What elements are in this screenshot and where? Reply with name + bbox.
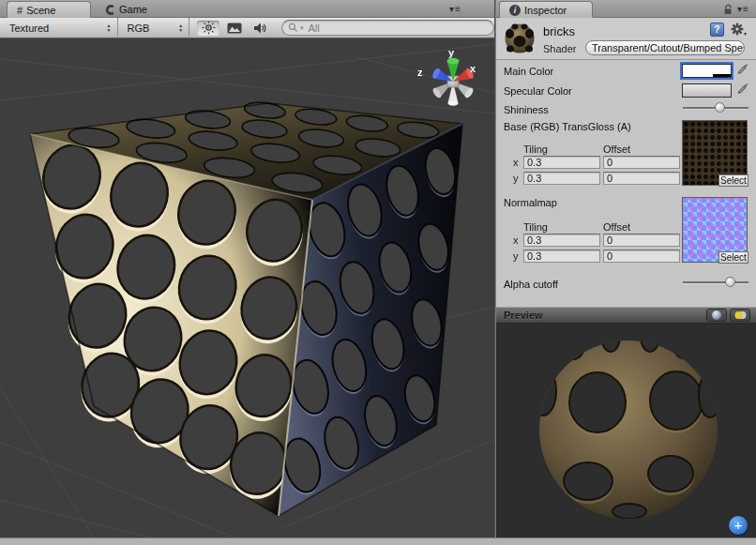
main-color-swatch[interactable] bbox=[682, 64, 732, 78]
alpha-cutoff-slider[interactable] bbox=[683, 277, 748, 288]
shader-label: Shader bbox=[543, 43, 576, 54]
speaker-icon bbox=[253, 22, 267, 35]
inspector-tabbar: i Inspector ▾≡ bbox=[496, 0, 756, 18]
normal-tiling-x-field[interactable] bbox=[523, 234, 600, 247]
scene-tabbar: # Scene Game ▾≡ bbox=[0, 0, 494, 18]
offset-header: Offset bbox=[603, 221, 630, 233]
chevron-down-icon: ▾ bbox=[743, 44, 745, 52]
unity-editor-window: # Scene Game ▾≡ Textured ▲▼ RGB bbox=[0, 0, 756, 545]
y-axis-label: y bbox=[513, 250, 519, 262]
updown-arrows-icon: ▲▼ bbox=[178, 23, 183, 32]
tab-game[interactable]: Game bbox=[96, 1, 157, 18]
tiling-header: Tiling bbox=[523, 144, 548, 155]
material-name: bricks bbox=[543, 24, 575, 38]
scene-search-input[interactable]: ▾ All bbox=[281, 20, 494, 36]
material-header: bricks Shader Transparent/Cutout/Bumped … bbox=[496, 18, 756, 60]
window-bottom-strip bbox=[0, 537, 756, 545]
game-icon bbox=[105, 5, 115, 15]
main-color-alpha-bar bbox=[683, 74, 731, 77]
tab-game-label: Game bbox=[119, 4, 147, 15]
preview-title: Preview bbox=[504, 310, 543, 321]
normal-tiling-y-field[interactable] bbox=[523, 250, 600, 263]
preview-mesh-button[interactable] bbox=[706, 309, 727, 322]
scene-viewport[interactable]: y z x bbox=[0, 38, 494, 537]
normalmap-select-button[interactable]: Select bbox=[718, 251, 748, 264]
help-icon[interactable]: ? bbox=[710, 23, 724, 37]
tab-scene[interactable]: # Scene bbox=[7, 1, 91, 18]
info-icon: i bbox=[509, 5, 521, 16]
specular-color-label: Specular Color bbox=[504, 85, 572, 97]
draw-mode-dropdown[interactable]: Textured ▲▼ bbox=[0, 18, 118, 38]
search-filter-caret-icon[interactable]: ▾ bbox=[300, 24, 304, 32]
image-icon bbox=[227, 23, 242, 34]
tiling-header: Tiling bbox=[523, 221, 548, 233]
scene-panel: # Scene Game ▾≡ Textured ▲▼ RGB bbox=[0, 0, 494, 537]
shininess-slider[interactable] bbox=[683, 102, 748, 114]
scene-pane-menu-icon[interactable]: ▾≡ bbox=[449, 4, 461, 14]
base-tiling-y-field[interactable] bbox=[523, 172, 600, 185]
alpha-cutoff-slider-knob[interactable] bbox=[725, 277, 735, 287]
x-axis-label: x bbox=[513, 157, 519, 168]
tab-inspector-label: Inspector bbox=[524, 5, 567, 16]
search-placeholder: All bbox=[308, 23, 319, 34]
main-color-label: Main Color bbox=[504, 66, 553, 77]
add-preview-button[interactable]: + bbox=[729, 516, 748, 535]
preview-render-area[interactable]: + bbox=[496, 324, 756, 537]
gizmo-z-label: z bbox=[417, 67, 423, 78]
gizmo-x-label: x bbox=[470, 63, 476, 74]
y-axis-label: y bbox=[513, 173, 519, 184]
material-properties: Main Color Specular Color Shininess Base bbox=[496, 60, 756, 307]
inspector-pane-menu-icon[interactable]: ▾≡ bbox=[737, 4, 749, 14]
scene-grid-icon: # bbox=[17, 5, 23, 16]
tab-inspector[interactable]: i Inspector bbox=[499, 1, 593, 18]
alpha-cutoff-label: Alpha cutoff bbox=[504, 279, 558, 290]
shader-dropdown[interactable]: Transparent/Cutout/Bumped Spe ▾ bbox=[585, 40, 745, 55]
updown-arrows-icon: ▲▼ bbox=[107, 23, 112, 32]
scene-skybox-button[interactable] bbox=[223, 21, 246, 36]
sun-icon bbox=[202, 21, 216, 35]
base-map-select-button[interactable]: Select bbox=[718, 174, 748, 187]
specular-color-swatch[interactable] bbox=[682, 83, 732, 98]
inspector-panel: i Inspector ▾≡ bbox=[496, 0, 756, 537]
scene-toolbar: Textured ▲▼ RGB ▲▼ bbox=[0, 18, 494, 38]
chevron-down-icon: ▾ bbox=[744, 30, 747, 37]
shininess-label: Shininess bbox=[504, 104, 549, 115]
preview-header[interactable]: Preview bbox=[496, 307, 756, 324]
base-tiling-x-field[interactable] bbox=[523, 156, 600, 169]
context-menu-button[interactable]: ▾ bbox=[731, 23, 748, 37]
preview-sphere-render[interactable] bbox=[496, 324, 756, 537]
normal-offset-y-field[interactable] bbox=[603, 250, 680, 263]
render-mode-value: RGB bbox=[128, 23, 150, 34]
gear-icon bbox=[731, 23, 744, 36]
preview-panel: Preview bbox=[496, 307, 756, 537]
scene-lighting-button[interactable] bbox=[197, 21, 219, 36]
two-lights-icon bbox=[733, 310, 748, 320]
render-mode-dropdown[interactable]: RGB ▲▼ bbox=[118, 18, 190, 38]
base-map-label: Base (RGB) TransGloss (A) bbox=[504, 121, 631, 132]
normalmap-label: Normalmap bbox=[504, 197, 557, 208]
normal-offset-x-field[interactable] bbox=[603, 234, 680, 247]
eyedropper-icon[interactable] bbox=[737, 83, 748, 96]
scene-canvas[interactable]: y z x bbox=[0, 38, 494, 537]
preview-lighting-button[interactable] bbox=[730, 309, 750, 322]
eyedropper-icon[interactable] bbox=[737, 63, 748, 76]
lock-icon[interactable] bbox=[723, 4, 733, 15]
offset-header: Offset bbox=[603, 144, 630, 155]
search-icon bbox=[288, 23, 298, 33]
gizmo-y-label: y bbox=[448, 47, 455, 58]
tab-scene-label: Scene bbox=[26, 5, 55, 16]
shader-value: Transparent/Cutout/Bumped Spe bbox=[592, 42, 743, 53]
shininess-slider-knob[interactable] bbox=[715, 102, 725, 113]
draw-mode-value: Textured bbox=[9, 23, 49, 34]
x-axis-label: x bbox=[513, 235, 519, 246]
material-ball-thumbnail bbox=[503, 22, 537, 55]
sphere-icon bbox=[711, 310, 722, 321]
scene-audio-button[interactable] bbox=[249, 21, 272, 36]
base-offset-y-field[interactable] bbox=[603, 172, 680, 185]
base-offset-x-field[interactable] bbox=[603, 156, 680, 169]
